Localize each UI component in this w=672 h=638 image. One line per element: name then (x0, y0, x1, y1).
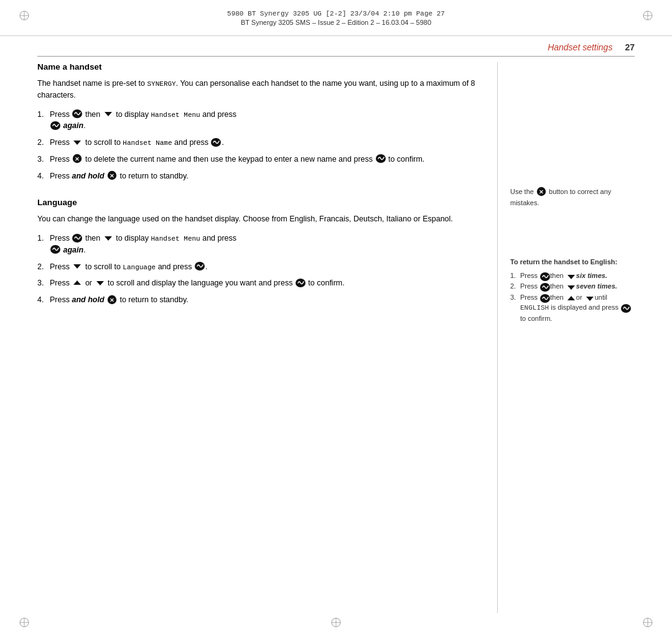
name-handset-step-2: 2. Press to scroll to Handset Name and p… (37, 137, 482, 149)
up-arrow-icon-lang-3 (72, 277, 83, 289)
svg-text:✕: ✕ (110, 173, 114, 179)
language-steps: 1. Press then to display Handset Menu an… (37, 233, 482, 306)
name-handset-steps: 1. Press then to display Handset Menu an… (37, 109, 482, 182)
page-number: 27 (625, 42, 635, 52)
delete-icon-lang: ✕ (106, 294, 118, 305)
sidebar-note: Use the ✕ button to correct any mistakes… (510, 187, 635, 208)
main-content: Name a handset The handset name is pre-s… (37, 62, 635, 613)
svg-marker-30 (73, 280, 81, 285)
ok-icon-lang-2 (194, 261, 205, 272)
name-handset-step-3: 3. Press ✕ to delete the current name an… (37, 154, 482, 165)
ok-icon-re-2 (539, 282, 548, 290)
language-step-4: 4. Press and hold ✕ to return to standby… (37, 294, 482, 306)
name-handset-heading: Name a handset (37, 62, 482, 72)
svg-marker-43 (586, 297, 594, 301)
svg-marker-16 (105, 112, 112, 116)
return-english-step-2: 2. Press then seven times. (510, 281, 635, 292)
page-header: Handset settings 27 (37, 42, 635, 57)
ok-icon-1a (72, 108, 83, 119)
header-bar: 5980 BT Synergy 3205 UG [2-2] 23/3/04 2:… (0, 0, 672, 36)
return-english-step-3: 3. Press then or (510, 292, 635, 324)
svg-marker-18 (73, 141, 81, 145)
svg-marker-31 (96, 281, 104, 285)
svg-marker-38 (567, 275, 575, 279)
right-column: Use the ✕ button to correct any mistakes… (498, 62, 635, 613)
delete-icon-2: ✕ (106, 170, 118, 181)
return-english-steps: 1. Press then six times. (510, 270, 635, 324)
name-handset-section: Name a handset The handset name is pre-s… (37, 62, 482, 182)
ok-icon-lang-3 (295, 277, 306, 289)
page-title: Handset settings (548, 42, 612, 52)
ok-icon-re-1 (539, 271, 548, 280)
ok-icon-3 (375, 153, 386, 164)
ok-icon-re-3 (539, 293, 548, 302)
down-arrow-icon-re-1 (566, 271, 574, 280)
ok-icon-lang-1a (72, 233, 83, 244)
language-intro: You can change the language used on the … (37, 213, 482, 225)
down-arrow-icon-re-2 (566, 282, 574, 290)
crosshair-bottom-center (330, 617, 342, 628)
svg-text:✕: ✕ (75, 156, 80, 162)
crosshair-bottom-left (19, 617, 30, 628)
header-top-line: 5980 BT Synergy 3205 UG [2-2] 23/3/04 2:… (227, 10, 445, 17)
down-arrow-icon-re-3 (584, 293, 593, 302)
down-arrow-icon-2 (72, 137, 83, 148)
name-handset-step-1: 1. Press then to display Handset Menu an… (37, 109, 482, 132)
left-column: Name a handset The handset name is pre-s… (37, 62, 498, 613)
section-divider-1 (37, 187, 482, 198)
language-step-2: 2. Press to scroll to Language and press… (37, 261, 482, 273)
header-sub-line: BT Synergy 3205 SMS – Issue 2 – Edition … (241, 19, 431, 26)
delete-icon-sidebar: ✕ (536, 186, 547, 197)
return-english-section: To return the handset to English: 1. Pre… (510, 258, 635, 324)
svg-marker-40 (567, 285, 575, 290)
lang-step1-again: again (63, 246, 83, 254)
svg-text:✕: ✕ (110, 297, 114, 303)
name-step1-again: again (63, 121, 83, 130)
svg-marker-26 (105, 236, 112, 241)
down-arrow-icon-lang-2 (72, 261, 83, 272)
page-container: 5980 BT Synergy 3205 UG [2-2] 23/3/04 2:… (0, 0, 672, 638)
crosshair-bottom-right (642, 617, 653, 628)
ok-icon-2 (210, 137, 222, 148)
name-handset-intro: The handset name is pre-set to SYNERGY. … (37, 78, 482, 101)
svg-marker-42 (567, 296, 575, 300)
ok-icon-lang-1b (50, 244, 61, 255)
down-arrow-icon-lang-1 (103, 233, 114, 244)
language-step-1: 1. Press then to display Handset Menu an… (37, 233, 482, 256)
return-english-heading: To return the handset to English: (510, 258, 635, 266)
up-arrow-icon-re-3 (566, 293, 574, 302)
ok-icon-re-3b (620, 303, 629, 312)
language-section: Language You can change the language use… (37, 198, 482, 306)
language-heading: Language (37, 198, 482, 207)
sidebar-note-text: Use the ✕ button to correct any mistakes… (510, 187, 635, 208)
svg-marker-28 (73, 264, 81, 269)
delete-icon-1: ✕ (72, 153, 83, 164)
language-step-3: 3. Press or to scroll and display the la… (37, 277, 482, 289)
ok-icon-1b (50, 120, 61, 131)
down-arrow-icon-1 (103, 108, 114, 119)
return-english-step-1: 1. Press then six times. (510, 270, 635, 282)
down-arrow-icon-lang-3 (95, 277, 106, 289)
name-handset-step-4: 4. Press and hold ✕ to return to standby… (37, 170, 482, 182)
svg-text:✕: ✕ (539, 189, 544, 195)
